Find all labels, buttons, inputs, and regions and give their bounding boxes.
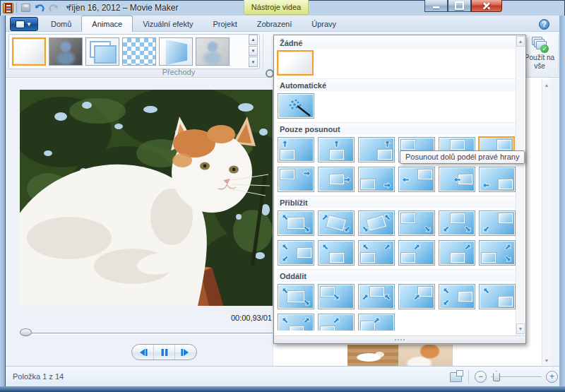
tab-domů[interactable]: Domů: [41, 16, 81, 32]
pan-zoom-gallery-item[interactable]: [358, 240, 395, 266]
pan-zoom-gallery-item[interactable]: [318, 210, 355, 236]
divider: [468, 370, 469, 384]
pan-arrow-ur-icon: [373, 316, 381, 324]
pan-zoom-gallery-item[interactable]: [278, 167, 314, 192]
pan-arrow-dr-icon: [303, 225, 311, 233]
pan-zoom-gallery-item[interactable]: [278, 240, 314, 266]
gallery-more-button[interactable]: ▼: [249, 57, 258, 67]
next-frame-button[interactable]: [175, 345, 196, 360]
pan-zoom-gallery-item[interactable]: [278, 314, 314, 331]
pan-zoom-gallery-item[interactable]: [439, 167, 475, 192]
pan-zoom-gallery-item[interactable]: [318, 137, 355, 162]
minimize-button[interactable]: [424, 0, 448, 12]
mini-frame: [330, 150, 344, 160]
seek-thumb[interactable]: [20, 328, 32, 336]
transition-blur[interactable]: [196, 37, 230, 66]
seek-bar[interactable]: [21, 333, 273, 335]
pan-zoom-gallery-item[interactable]: [358, 314, 395, 331]
pan-zoom-gallery-item[interactable]: [318, 284, 355, 309]
pause-button[interactable]: [154, 345, 176, 360]
pan-zoom-gallery-item[interactable]: [398, 284, 435, 309]
pan-zoom-gallery-item[interactable]: [278, 284, 314, 309]
gallery-section-header: Žádné: [277, 37, 516, 49]
pan-zoom-gallery-item[interactable]: [439, 210, 475, 236]
pan-zoom-gallery-item[interactable]: [479, 210, 516, 236]
pan-zoom-gallery-item[interactable]: [439, 284, 475, 309]
pan-zoom-gallery-item[interactable]: [278, 210, 314, 236]
help-button[interactable]: ?: [539, 19, 549, 30]
scroll-down-icon[interactable]: ▼: [542, 355, 551, 365]
pan-zoom-gallery-item[interactable]: [479, 167, 516, 192]
app-icon[interactable]: [3, 3, 13, 13]
gallery-row: [277, 91, 516, 121]
pan-arrow-ul-icon: [281, 213, 289, 221]
tab-animace[interactable]: Animace: [81, 16, 133, 32]
pan-zoom-gallery-item[interactable]: [278, 93, 314, 119]
preview-video-frame: [20, 90, 273, 306]
transition-diagonal[interactable]: [85, 37, 119, 66]
scroll-up-icon[interactable]: ▲: [516, 36, 525, 47]
thumbnail-size-icon[interactable]: [450, 372, 462, 382]
status-bar: Položka 1 z 14 − +: [6, 366, 559, 386]
storyboard-item-thumbnail[interactable]: [399, 345, 453, 367]
resize-grip[interactable]: [274, 335, 525, 343]
pan-zoom-gallery-item[interactable]: [277, 50, 314, 76]
zoom-out-button[interactable]: −: [475, 371, 487, 383]
pan-zoom-gallery-item[interactable]: [318, 314, 355, 331]
gallery-section-header: Pouze posunout: [277, 122, 516, 135]
storyboard-scrollbar[interactable]: ▲ ▼: [542, 80, 551, 365]
pan-arrow-dl-icon: [343, 225, 351, 233]
pan-zoom-gallery-item[interactable]: [398, 240, 435, 266]
pan-arrow-ur-icon: [504, 243, 512, 251]
pan-zoom-gallery-item[interactable]: [318, 167, 355, 192]
storyboard-item-thumbnail[interactable]: [347, 345, 399, 367]
transition-crossfade-dark[interactable]: [49, 37, 83, 66]
pan-arrow-dr-icon: [333, 293, 340, 301]
tab-vizuální-efekty[interactable]: Vizuální efekty: [133, 16, 203, 32]
tab-zobrazení[interactable]: Zobrazení: [247, 16, 302, 32]
tab-projekt[interactable]: Projekt: [203, 16, 246, 32]
pan-zoom-gallery-item[interactable]: [358, 167, 395, 192]
pan-zoom-gallery-item[interactable]: [398, 210, 435, 236]
pan-arrow-dl-icon: [442, 299, 450, 307]
gallery-scroll-up-button[interactable]: ▲: [249, 35, 258, 45]
pan-zoom-gallery-item[interactable]: [479, 240, 516, 266]
pan-zoom-gallery-item[interactable]: [358, 210, 395, 236]
close-button[interactable]: [471, 0, 502, 12]
pan-arrow-ul-icon: [321, 243, 329, 251]
pan-arrow-dl-icon: [281, 255, 289, 263]
transition-cinematic[interactable]: [159, 37, 193, 66]
pan-zoom-gallery-item[interactable]: [318, 240, 355, 266]
undo-button[interactable]: [34, 3, 45, 13]
zoom-in-button[interactable]: +: [546, 371, 558, 383]
gallery-scroll-down-button[interactable]: ▼: [249, 46, 258, 57]
pan-zoom-gallery-item[interactable]: [358, 137, 395, 162]
tab-úpravy[interactable]: Úpravy: [302, 16, 346, 32]
pan-zoom-gallery-item[interactable]: [439, 240, 475, 266]
divider: [263, 35, 263, 71]
pan-zoom-gallery-item[interactable]: [398, 167, 435, 192]
save-icon: [21, 4, 30, 12]
gallery-scrollbar[interactable]: ▲ ▼: [516, 36, 525, 343]
zoom-slider-thumb[interactable]: [493, 371, 500, 381]
pan-arrow-dr-icon: [373, 328, 381, 331]
transition-checkerboard[interactable]: [122, 37, 156, 66]
pan-arrow-l-icon: [453, 176, 461, 184]
scroll-up-icon[interactable]: ▲: [542, 80, 551, 90]
mini-frame: [321, 326, 335, 331]
previous-frame-button[interactable]: [132, 345, 154, 360]
save-button[interactable]: [20, 3, 31, 13]
mini-frame: [401, 213, 415, 223]
pan-zoom-gallery-item[interactable]: [278, 137, 314, 162]
transition-no-transition[interactable]: [12, 37, 46, 66]
scroll-down-icon[interactable]: ▼: [516, 323, 525, 334]
pan-zoom-gallery-item[interactable]: [358, 284, 395, 309]
maximize-button[interactable]: [448, 0, 471, 12]
previous-frame-icon: [137, 348, 148, 357]
mini-frame: [280, 150, 295, 160]
pan-zoom-gallery-item[interactable]: [479, 284, 516, 309]
apply-to-all-button[interactable]: ✓ Použít na vše: [524, 34, 555, 75]
mini-frame: [418, 170, 432, 179]
file-menu-button[interactable]: ▼: [10, 17, 38, 31]
redo-button[interactable]: [48, 3, 59, 13]
